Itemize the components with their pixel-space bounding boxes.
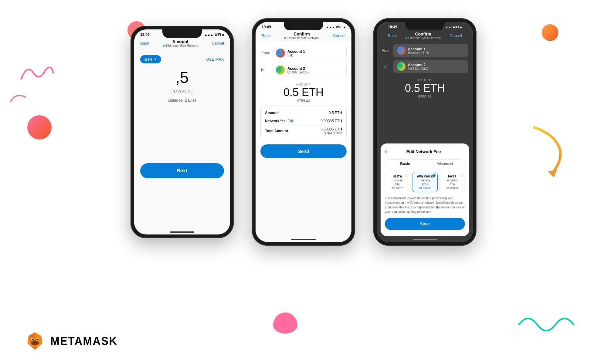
from-account-balance: Balc — [287, 54, 305, 57]
nav-bar-1: Back Amount Ethereum Main Network Cancel — [134, 38, 230, 49]
nav-subtitle-2: Ethereum Main Network — [284, 36, 319, 40]
bg-from-balance: Balance: 2 ETH — [408, 51, 429, 55]
phones-container: 18:49 ▲▲▲ WiFi ■ Back Amount Ethereum Ma… — [46, 18, 561, 246]
speed-slow[interactable]: SLOW 0.00248 ETH $3.76373 — [385, 172, 410, 192]
squiggle-green — [516, 309, 577, 340]
nav-subtitle-1: Ethereum Main Network — [163, 44, 198, 47]
modal-header: ‹ Edit Network Fee — [385, 148, 465, 156]
bg-from-section: From: Account 1 Balance: 2 ETH To: — [382, 44, 468, 73]
bg-amount: 0.5 ETH — [382, 82, 468, 95]
eth-pill[interactable]: ETH ▼ — [140, 55, 161, 63]
back-button-1[interactable]: Back — [140, 41, 149, 46]
to-account-info: Account 2 0x6882...AdbC✓ — [287, 66, 310, 74]
slow-radio — [405, 174, 408, 177]
phone-amount: 18:49 ▲▲▲ WiFi ■ Back Amount Ethereum Ma… — [131, 26, 234, 238]
wifi-icon-2: WiFi — [336, 25, 342, 29]
bg-from-box: Account 1 Balance: 2 ETH — [393, 44, 468, 57]
status-icons-2: ▲▲▲ WiFi ■ — [326, 25, 345, 29]
metamask-logo: METAMASK — [24, 331, 117, 352]
slow-amount: 0.00248 — [387, 179, 408, 182]
nav-subtitle-3: Ethereum Main Network — [405, 36, 441, 40]
fast-fiat: $5.35853 — [442, 187, 463, 190]
fast-eth: ETH — [442, 183, 463, 186]
status-icons-3: ▲▲▲ WiFi ■ — [442, 25, 462, 29]
phone-edit-fee: 18:49 ▲▲▲ WiFi ■ Back Confirm — [373, 18, 476, 246]
speed-average[interactable]: AVERAGE 0.00305 ETH $4.62492 — [412, 172, 438, 192]
fee-total-values: 0.50305 ETH $764.05492 — [320, 127, 342, 135]
modal-title: Edit Network Fee — [389, 149, 458, 154]
home-indicator-3 — [413, 239, 437, 240]
amount-input[interactable]: ,5 — [140, 69, 224, 85]
fiat-value: $759.43 ⇅ — [170, 88, 194, 95]
nav-title-group-2: Confirm Ethereum Main Network — [284, 32, 319, 40]
from-account-name: Account 1 — [287, 49, 305, 54]
from-row: From: Account 1 Balc — [260, 46, 347, 60]
nav-title-2: Confirm — [284, 32, 319, 36]
use-max-button[interactable]: USE MAX — [206, 57, 224, 62]
fee-edit-button[interactable]: Edit — [287, 119, 294, 123]
to-label: To: — [260, 68, 270, 72]
speed-fast[interactable]: FAST 0.00353 ETH $5.35853 — [439, 172, 465, 192]
bg-from-info: Account 1 Balance: 2 ETH — [408, 47, 429, 55]
fast-amount: 0.00353 — [442, 179, 463, 182]
battery-icon-2: ■ — [344, 25, 345, 29]
fee-total-label: Total Amount — [265, 129, 288, 133]
nav-title-group-3: Confirm Ethereum Main Network — [405, 32, 441, 40]
nav-title-3: Confirm — [405, 32, 441, 36]
amount-label-2: AMOUNT — [260, 83, 347, 86]
bg-to-info: Account 2 0x6882...AdbC✓ — [408, 63, 430, 70]
tab-switcher: Basic Advanced — [385, 159, 465, 168]
screen3-bg-content: 18:49 ▲▲▲ WiFi ■ Back Confirm — [377, 22, 473, 102]
confirm-amount-section: AMOUNT 0.5 ETH $759.43 — [260, 80, 347, 106]
balance-display: Balance: 2 ETH — [140, 98, 224, 103]
avg-radio — [432, 174, 436, 177]
cancel-button-1[interactable]: Cancel — [212, 41, 224, 46]
confirm-fiat: $759.43 — [260, 99, 347, 103]
save-button[interactable]: Save — [385, 218, 465, 230]
fee-amount-value: 0.5 ETH — [329, 111, 342, 115]
tab-basic[interactable]: Basic — [385, 160, 425, 168]
svg-marker-8 — [32, 347, 38, 350]
tab-advanced[interactable]: Advanced — [425, 160, 465, 168]
avg-eth: ETH — [414, 183, 436, 186]
phone-confirm: 18:49 ▲▲▲ WiFi ■ Back Confirm Ethereum M… — [252, 18, 355, 246]
fee-total-row: Total Amount 0.50305 ETH $764.05492 — [265, 125, 342, 137]
back-button-3[interactable]: Back — [388, 33, 397, 38]
wifi-icon: WiFi — [215, 33, 221, 36]
back-button-2[interactable]: Back — [262, 33, 270, 38]
fee-amount-label: Amount — [265, 111, 279, 115]
squiggle-orange-left — [9, 91, 27, 103]
bg-to-addr: 0x6882...AdbC✓ — [408, 67, 430, 70]
time-2: 18:49 — [262, 25, 271, 29]
from-to-section: From: Account 1 Balc To: — [260, 46, 347, 77]
fee-amount-row: Amount 0.5 ETH — [265, 109, 342, 117]
fast-radio — [460, 174, 463, 177]
wifi-icon-3: WiFi — [453, 25, 459, 29]
send-button[interactable]: Send — [260, 144, 347, 158]
next-button[interactable]: Next — [140, 163, 224, 178]
network-dot-3 — [405, 37, 407, 39]
fee-network-label: Network fee Edit — [265, 119, 294, 123]
swap-icon: ⇅ — [188, 89, 191, 93]
bg-to-row: To: Account 2 0x6882...AdbC✓ — [382, 60, 468, 73]
confirm-amount: 0.5 ETH — [260, 86, 347, 99]
fee-total-eth: 0.50305 ETH — [320, 127, 342, 131]
nav-title-group-1: Amount Ethereum Main Network — [163, 39, 198, 47]
from-account-box[interactable]: Account 1 Balc — [272, 46, 347, 60]
to-account-addr: 0x6882...AdbC✓ — [287, 71, 310, 74]
brand-name: METAMASK — [50, 335, 117, 348]
to-avatar — [276, 66, 285, 75]
blob-pink-bottom — [273, 312, 297, 334]
fee-description: The network fee covers the cost of proce… — [385, 196, 465, 214]
modal-back-button[interactable]: ‹ — [385, 148, 387, 156]
network-dot-2 — [284, 37, 286, 39]
battery-icon: ■ — [222, 33, 224, 36]
to-account-box[interactable]: Account 2 0x6882...AdbC✓ — [272, 63, 347, 77]
notch-1 — [162, 29, 202, 38]
from-account-info: Account 1 Balc — [287, 49, 305, 57]
bg-from-row: From: Account 1 Balance: 2 ETH — [382, 44, 468, 57]
edit-fee-modal: ‹ Edit Network Fee Basic Advanced SLOW 0… — [381, 143, 469, 236]
cancel-button-3[interactable]: Cancel — [450, 33, 462, 38]
screen2-content: From: Account 1 Balc To: — [256, 42, 351, 160]
cancel-button-2[interactable]: Cancel — [333, 33, 345, 38]
